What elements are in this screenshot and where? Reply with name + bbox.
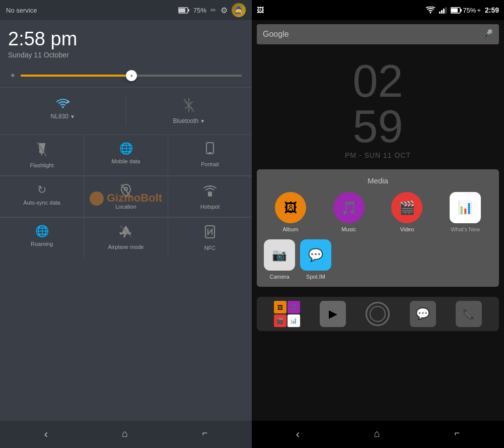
right-clock: 2:59 <box>485 6 499 14</box>
quick-toggles-row3: 🌐 Roaming Airplane mode NFC <box>0 217 252 258</box>
svg-point-18 <box>430 12 431 14</box>
mic-icon[interactable]: 🎤 <box>482 29 493 40</box>
quick-toggles-row1: Flashlight 🌐 Mobile data Portrait <box>0 135 252 175</box>
spotim-label: Spot.IM <box>306 274 325 280</box>
album-label: Album <box>282 226 298 232</box>
svg-rect-14 <box>208 191 212 197</box>
wifi-icon <box>55 98 70 111</box>
clock-widget: 02 59 PM - SUN 11 OCT <box>252 48 504 164</box>
play-store-button[interactable]: ▶ <box>320 301 346 327</box>
bluetooth-toggle-inner: Bluetooth ▼ <box>128 98 250 124</box>
battery-percent-left: 75% <box>193 7 206 14</box>
media-title: Media <box>264 176 492 185</box>
no-service-text: No service <box>6 7 178 14</box>
svg-rect-1 <box>188 9 189 12</box>
home-ring-inner <box>370 306 386 322</box>
airplane-icon <box>119 225 132 241</box>
svg-point-13 <box>124 187 127 190</box>
airplane-toggle[interactable]: Airplane mode <box>84 218 168 258</box>
right-home-button[interactable]: ⌂ <box>374 428 380 441</box>
location-icon <box>120 183 131 201</box>
left-panel: No service 75% ✏ ⚙ 🧙 2:58 pm Sunday 11 O… <box>0 0 252 448</box>
media-item-whatsnew[interactable]: 📊 What's New <box>439 192 492 232</box>
portrait-toggle[interactable]: Portrait <box>168 135 252 175</box>
brightness-section: ☀ ✦ <box>0 64 252 87</box>
media-widget: Media 🖼 Album 🎵 Music 🎬 Vide <box>257 169 499 287</box>
wifi-toggle-inner: NL830 ▼ <box>2 98 124 120</box>
screenshot-icon: 🖼 <box>257 6 264 14</box>
search-bar[interactable]: Google 🎤 <box>257 24 499 44</box>
svg-point-3 <box>62 106 64 108</box>
media-apps-row2: 📷 Camera 💬 Spot.IM <box>264 239 492 280</box>
bluetooth-toggle[interactable]: Bluetooth ▼ <box>126 93 252 130</box>
svg-rect-2 <box>179 8 185 12</box>
svg-rect-11 <box>208 152 211 153</box>
hotspot-label: Hotspot <box>200 204 220 210</box>
brightness-thumb[interactable]: ✦ <box>126 70 137 81</box>
recents-button[interactable]: ⌐ <box>202 428 208 441</box>
status-bar-right: 75% ✏ ⚙ 🧙 <box>178 3 246 17</box>
media-item-music[interactable]: 🎵 Music <box>322 192 376 232</box>
nfc-icon <box>204 225 216 242</box>
svg-rect-21 <box>451 8 458 12</box>
battery-icon <box>178 7 189 14</box>
edit-icon: ✏ <box>210 6 217 14</box>
right-panel: 🖼 75% + 2:59 Google <box>252 0 504 448</box>
media-item-spotim[interactable]: 💬 Spot.IM <box>300 239 331 280</box>
time-section: 2:58 pm Sunday 11 October <box>0 20 252 64</box>
flashlight-toggle[interactable]: Flashlight <box>0 135 84 175</box>
brightness-low-icon: ☀ <box>10 72 16 79</box>
nfc-label: NFC <box>204 245 216 251</box>
location-toggle[interactable]: Location <box>84 176 168 217</box>
back-button[interactable]: ‹ <box>44 428 48 441</box>
brightness-slider[interactable]: ✦ <box>21 75 242 77</box>
media-item-album[interactable]: 🖼 Album <box>264 192 317 232</box>
avatar[interactable]: 🧙 <box>232 3 246 17</box>
wifi-status-icon <box>426 7 435 14</box>
wifi-name-row: NL830 ▼ <box>51 113 75 120</box>
settings-gear-icon[interactable]: ⚙ <box>221 6 228 15</box>
hotspot-toggle[interactable]: Hotspot <box>168 176 252 217</box>
home-button[interactable]: ⌂ <box>122 428 128 441</box>
media-item-camera[interactable]: 📷 Camera <box>264 239 295 280</box>
right-battery-pct: 75% <box>463 7 476 14</box>
nfc-toggle[interactable]: NFC <box>168 218 252 258</box>
dock-app-folder[interactable]: 🖼 🎵 🎬 📊 <box>274 301 300 327</box>
right-back-button[interactable]: ‹ <box>296 428 300 441</box>
svg-rect-20 <box>461 9 462 12</box>
media-apps-grid: 🖼 Album 🎵 Music 🎬 Video 📊 <box>264 192 492 232</box>
dock-mini-album: 🖼 <box>274 301 286 313</box>
roaming-toggle[interactable]: 🌐 Roaming <box>0 218 84 258</box>
chat-button[interactable]: 💬 <box>410 301 436 327</box>
wifi-ssid: NL830 <box>51 113 68 120</box>
media-item-video[interactable]: 🎬 Video <box>381 192 434 232</box>
dock-mini-music: 🎵 <box>287 301 300 313</box>
album-icon: 🖼 <box>275 192 306 223</box>
autosync-icon: ↻ <box>37 183 46 197</box>
clock-minutes: 59 <box>352 104 403 149</box>
left-status-bar: No service 75% ✏ ⚙ 🧙 <box>0 0 252 20</box>
autosync-label: Auto-sync data <box>23 200 60 206</box>
phone-button[interactable]: 📞 <box>456 301 482 327</box>
bt-label: Bluetooth <box>173 117 198 124</box>
dock-mini-video: 🎬 <box>274 314 286 327</box>
mobiledata-toggle[interactable]: 🌐 Mobile data <box>84 135 168 175</box>
mobiledata-label: Mobile data <box>112 158 140 164</box>
airplane-label: Airplane mode <box>108 244 144 250</box>
dock-spacer <box>252 292 504 297</box>
autosync-toggle[interactable]: ↻ Auto-sync data <box>0 176 84 217</box>
home-ring-button[interactable] <box>366 302 390 326</box>
right-bottom-nav: ‹ ⌂ ⌐ <box>252 421 504 448</box>
brightness-fill <box>21 75 131 77</box>
left-bottom-nav: ‹ ⌂ ⌐ <box>0 421 252 448</box>
dock-mini-whatsnew: 📊 <box>287 314 300 327</box>
video-label: Video <box>400 226 414 232</box>
search-text: Google <box>263 30 482 39</box>
wifi-toggle[interactable]: NL830 ▼ <box>0 93 126 130</box>
wifi-dropdown-arrow: ▼ <box>70 114 75 119</box>
right-recents-button[interactable]: ⌐ <box>455 428 460 441</box>
right-status-bar: 🖼 75% + 2:59 <box>252 0 504 20</box>
music-label: Music <box>341 226 356 232</box>
quick-toggles-row2: ↻ Auto-sync data Location <box>0 176 252 217</box>
music-icon: 🎵 <box>333 192 365 223</box>
